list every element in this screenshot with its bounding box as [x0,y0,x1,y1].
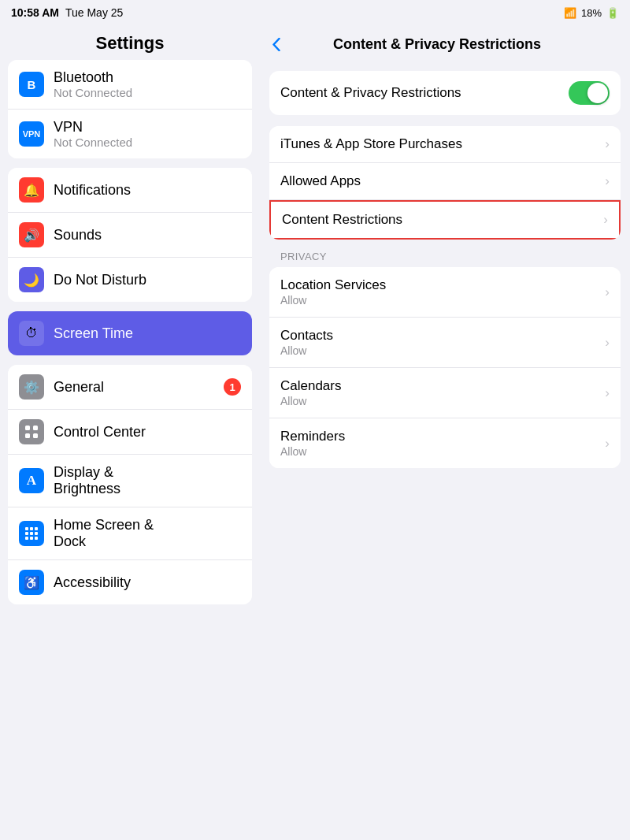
reminders-label: Reminders [280,429,605,444]
toggle-card: Content & Privacy Restrictions [269,71,621,115]
svg-rect-8 [30,532,33,535]
accessibility-label: Accessibility [54,574,241,591]
vpn-icon: VPN [19,121,44,147]
homescreen-label2: Dock [54,533,154,550]
wifi-icon: 📶 [564,7,576,19]
svg-rect-12 [35,537,38,540]
itunes-chevron: › [605,136,610,152]
sidebar-title: Settings [0,25,260,60]
sidebar-item-vpn[interactable]: VPN VPN Not Connected [8,110,252,158]
contacts-sub: Allow [280,344,605,357]
general-label: General [54,379,224,396]
sidebar-item-screentime[interactable]: ⏱ Screen Time [8,311,252,355]
svg-rect-11 [30,537,33,540]
screentime-label: Screen Time [54,325,241,342]
calendars-row[interactable]: Calendars Allow › [269,368,621,418]
svg-rect-1 [33,426,38,430]
sounds-icon: 🔊 [19,222,44,247]
screentime-section: ⏱ Screen Time [8,311,252,355]
donotdisturb-icon: 🌙 [19,267,44,292]
svg-rect-5 [30,527,33,530]
contentrestrictions-row[interactable]: Content Restrictions › [269,200,621,240]
content-privacy-toggle-row[interactable]: Content & Privacy Restrictions [269,71,621,115]
location-chevron: › [605,284,610,300]
status-time: 10:58 AM [11,6,59,19]
status-icons: 📶 18% 🔋 [564,7,619,19]
sidebar-item-notifications[interactable]: 🔔 Notifications [8,168,252,213]
svg-rect-9 [35,532,38,535]
allowedapps-row[interactable]: Allowed Apps › [269,163,621,200]
bluetooth-sub: Not Connected [54,86,132,99]
contacts-label: Contacts [280,328,605,344]
content-privacy-toggle[interactable] [569,81,610,105]
display-icon: A [19,468,44,493]
svg-rect-7 [25,532,28,535]
sidebar-item-display[interactable]: A Display & Brightness [8,455,252,507]
bluetooth-icon: B [19,72,44,97]
sidebar-item-donotdisturb[interactable]: 🌙 Do Not Disturb [8,258,252,302]
right-header: Content & Privacy Restrictions [260,25,630,63]
battery-icon: 🔋 [606,7,619,19]
display-label2: Brightness [54,481,120,497]
middle-section: 🔔 Notifications 🔊 Sounds 🌙 Do Not Distur… [8,168,252,302]
general-badge: 1 [224,378,241,396]
battery-percentage: 18% [581,7,602,19]
location-row[interactable]: Location Services Allow › [269,267,621,318]
privacy-card: Location Services Allow › Contacts Allow… [269,267,621,468]
contentrestrictions-label: Content Restrictions [282,212,603,228]
homescreen-icon [19,521,44,546]
privacy-section: PRIVACY Location Services Allow › Contac… [269,251,621,468]
svg-rect-3 [33,433,38,438]
sidebar-item-accessibility[interactable]: ♿ Accessibility [8,560,252,604]
itunes-row[interactable]: iTunes & App Store Purchases › [269,126,621,163]
notifications-label: Notifications [54,182,241,199]
reminders-chevron: › [605,436,610,452]
vpn-sub: Not Connected [54,136,132,149]
allowedapps-chevron: › [605,173,610,189]
toggle-knob [587,83,608,103]
controlcenter-label: Control Center [54,424,241,440]
main-container: Settings B Bluetooth Not Connected VPN [0,25,630,840]
privacy-header: PRIVACY [269,251,621,267]
bluetooth-label: Bluetooth [54,69,132,86]
status-bar: 10:58 AM Tue May 25 📶 18% 🔋 [0,0,630,25]
content-privacy-label: Content & Privacy Restrictions [280,85,569,101]
allowedapps-label: Allowed Apps [280,173,605,189]
main-rows-card: iTunes & App Store Purchases › Allowed A… [269,126,621,240]
right-panel: Content & Privacy Restrictions Content &… [260,25,630,840]
sidebar-item-general[interactable]: ⚙️ General 1 [8,365,252,410]
screentime-icon: ⏱ [19,321,44,346]
svg-rect-0 [25,426,30,430]
display-label: Display & [54,464,120,481]
donotdisturb-label: Do Not Disturb [54,272,241,288]
location-sub: Allow [280,294,605,307]
reminders-row[interactable]: Reminders Allow › [269,418,621,468]
contentrestrictions-chevron: › [603,212,608,228]
general-icon: ⚙️ [19,374,44,400]
contacts-row[interactable]: Contacts Allow › [269,318,621,368]
sidebar-item-sounds[interactable]: 🔊 Sounds [8,213,252,258]
homescreen-label: Home Screen & [54,517,154,533]
notifications-icon: 🔔 [19,177,44,203]
svg-rect-2 [25,433,30,438]
sidebar-item-homescreen[interactable]: Home Screen & Dock [8,507,252,560]
sidebar-item-bluetooth[interactable]: B Bluetooth Not Connected [8,60,252,110]
back-button[interactable] [272,38,280,51]
itunes-label: iTunes & App Store Purchases [280,136,605,152]
sounds-label: Sounds [54,227,241,243]
status-date: Tue May 25 [65,6,123,19]
controlcenter-icon [19,419,44,444]
top-section: B Bluetooth Not Connected VPN VPN Not Co… [8,60,252,158]
right-content: Content & Privacy Restrictions iTunes & … [260,63,630,840]
vpn-label: VPN [54,119,132,136]
calendars-label: Calendars [280,378,605,394]
bottom-section: ⚙️ General 1 Control Center [8,365,252,604]
svg-rect-4 [25,527,28,530]
sidebar-scroll: B Bluetooth Not Connected VPN VPN Not Co… [0,60,260,840]
svg-rect-6 [35,527,38,530]
sidebar: Settings B Bluetooth Not Connected VPN [0,25,260,840]
location-label: Location Services [280,277,605,293]
sidebar-item-controlcenter[interactable]: Control Center [8,410,252,455]
calendars-chevron: › [605,385,610,401]
svg-rect-10 [25,537,28,540]
